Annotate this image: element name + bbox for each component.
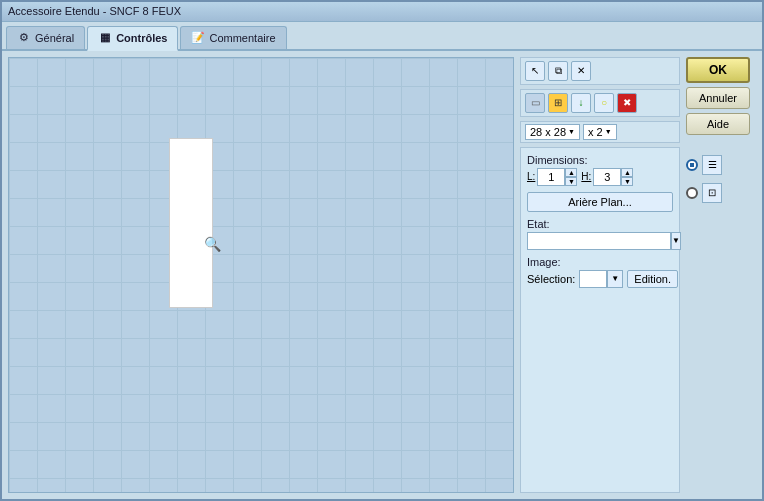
h-label: H: (581, 171, 591, 182)
etat-section: Etat: ▼ (527, 218, 673, 250)
cancel-button[interactable]: Annuler (686, 87, 750, 109)
h-input[interactable] (593, 168, 621, 186)
image-label: Image: (527, 256, 673, 268)
tab-general[interactable]: ⚙ Général (6, 26, 85, 49)
image-section: Image: Sélection: ▼ Edition. (527, 256, 673, 288)
tab-controles-label: Contrôles (116, 32, 167, 44)
h-up-btn[interactable]: ▲ (621, 168, 633, 177)
tab-general-label: Général (35, 32, 74, 44)
toolbar-row-1: ↖ ⧉ ✕ (520, 57, 680, 85)
selection-combo: ▼ (579, 270, 623, 288)
image-row: Sélection: ▼ Edition. (527, 270, 673, 288)
l-spinner: ▲ ▼ (537, 168, 577, 186)
circle-btn[interactable]: ○ (594, 93, 614, 113)
ok-button[interactable]: OK (686, 57, 750, 83)
l-down-btn[interactable]: ▼ (565, 177, 577, 186)
title-bar: Accessoire Etendu - SNCF 8 FEUX (2, 2, 762, 22)
canvas-area: 🔍 (8, 57, 514, 493)
etat-dropdown-btn[interactable]: ▼ (671, 232, 681, 250)
size-selector: 28 x 28 x 2 (520, 121, 680, 143)
note-icon: 📝 (191, 31, 205, 45)
h-down-btn[interactable]: ▼ (621, 177, 633, 186)
h-field: H: ▲ ▼ (581, 168, 633, 186)
gear-icon: ⚙ (17, 31, 31, 45)
canvas-grid[interactable]: 🔍 (9, 58, 513, 492)
window-title: Accessoire Etendu - SNCF 8 FEUX (8, 5, 181, 17)
etat-input[interactable] (527, 232, 671, 250)
action-buttons: OK Annuler Aide (686, 57, 756, 135)
selection-label: Sélection: (527, 273, 575, 285)
selection-dropdown-btn[interactable]: ▼ (607, 270, 623, 288)
l-field: L: ▲ ▼ (527, 168, 577, 186)
size-value: 28 x 28 (530, 126, 566, 138)
window-frame: Accessoire Etendu - SNCF 8 FEUX ⚙ Généra… (0, 0, 764, 501)
radio-2[interactable] (686, 187, 698, 199)
l-input[interactable] (537, 168, 565, 186)
arrow-down-btn[interactable]: ↓ (571, 93, 591, 113)
aide-button[interactable]: Aide (686, 113, 750, 135)
tab-commentaire[interactable]: 📝 Commentaire (180, 26, 286, 49)
etat-combo: ▼ (527, 232, 673, 250)
scale-value: x 2 (588, 126, 603, 138)
grid-icon: ▦ (98, 31, 112, 45)
arriere-plan-btn[interactable]: Arière Plan... (527, 192, 673, 212)
tab-bar: ⚙ Général ▦ Contrôles 📝 Commentaire (2, 22, 762, 51)
radio-item-1: ☰ (686, 155, 756, 175)
select-tool-btn[interactable]: ↖ (525, 61, 545, 81)
close-btn[interactable]: ✕ (571, 61, 591, 81)
tab-commentaire-label: Commentaire (209, 32, 275, 44)
radio-2-icon[interactable]: ⊡ (702, 183, 722, 203)
dimensions-row: L: ▲ ▼ H: (527, 168, 673, 186)
radio-item-2: ⊡ (686, 183, 756, 203)
scale-dropdown[interactable]: x 2 (583, 124, 617, 140)
far-right-panel: OK Annuler Aide ☰ ⊡ (686, 57, 756, 493)
right-panel: ↖ ⧉ ✕ ▭ ⊞ ↓ ○ ✖ 28 x 28 (520, 57, 680, 493)
l-label: L: (527, 171, 535, 182)
dimensions-section: Dimensions: L: ▲ ▼ (527, 154, 673, 186)
radio-1[interactable] (686, 159, 698, 171)
dimensions-label: Dimensions: (527, 154, 673, 166)
main-container: ⚙ Général ▦ Contrôles 📝 Commentaire 🔍 (2, 22, 762, 499)
h-spinner: ▲ ▼ (593, 168, 633, 186)
minus-btn[interactable]: ▭ (525, 93, 545, 113)
canvas-cursor: 🔍 (204, 236, 221, 252)
properties-panel: Dimensions: L: ▲ ▼ (520, 147, 680, 493)
toolbar-row-2: ▭ ⊞ ↓ ○ ✖ (520, 89, 680, 117)
content-area: 🔍 ↖ ⧉ ✕ ▭ ⊞ ↓ ○ ✖ (2, 51, 762, 499)
size-dropdown[interactable]: 28 x 28 (525, 124, 580, 140)
x-mark-btn[interactable]: ✖ (617, 93, 637, 113)
l-spinner-btns: ▲ ▼ (565, 168, 577, 186)
tab-controles[interactable]: ▦ Contrôles (87, 26, 178, 51)
canvas-white-rect (169, 138, 213, 308)
selection-input[interactable] (579, 270, 607, 288)
radio-group: ☰ ⊡ (686, 155, 756, 203)
copy-btn[interactable]: ⧉ (548, 61, 568, 81)
radio-1-icon[interactable]: ☰ (702, 155, 722, 175)
h-spinner-btns: ▲ ▼ (621, 168, 633, 186)
etat-label: Etat: (527, 218, 673, 230)
l-up-btn[interactable]: ▲ (565, 168, 577, 177)
grid-btn[interactable]: ⊞ (548, 93, 568, 113)
edition-btn[interactable]: Edition. (627, 270, 678, 288)
